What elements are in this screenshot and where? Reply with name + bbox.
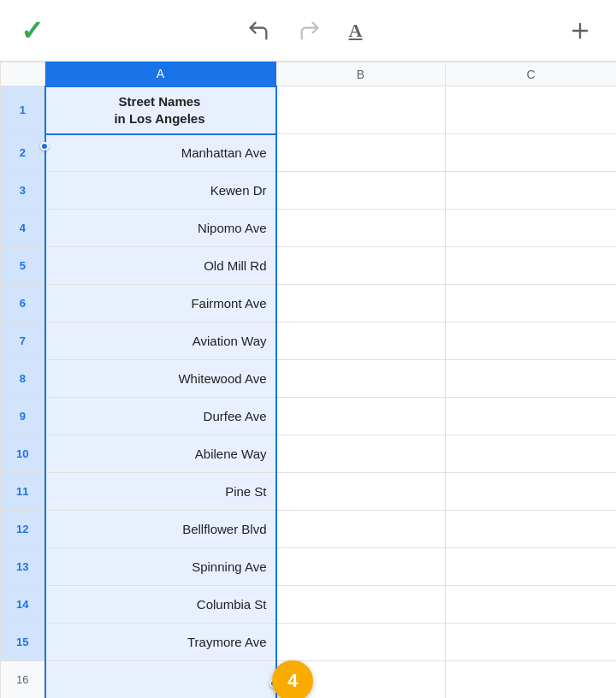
cell-c-1[interactable] [446, 86, 617, 134]
cell-b-1[interactable] [276, 86, 446, 134]
cell-a-9[interactable]: Durfee Ave [45, 398, 276, 435]
table-row[interactable]: 15Traymore Ave [1, 624, 617, 661]
cell-c-16[interactable] [446, 661, 617, 699]
cell-c-6[interactable] [446, 285, 617, 322]
table-row[interactable]: 13Spinning Ave [1, 548, 617, 586]
cell-c-11[interactable] [446, 473, 617, 511]
toolbar-right [565, 15, 595, 46]
table-row[interactable]: 5Old Mill Rd [1, 247, 617, 285]
row-number-8[interactable]: 8 [1, 360, 45, 398]
cell-a-12[interactable]: Bellflower Blvd [45, 511, 276, 548]
add-button[interactable] [565, 15, 595, 46]
row-number-6[interactable]: 6 [1, 285, 45, 322]
row-number-9[interactable]: 9 [1, 398, 45, 435]
table-row[interactable]: 8Whitewood Ave [1, 360, 617, 398]
table-row[interactable]: 6Fairmont Ave [1, 285, 617, 322]
cell-c-14[interactable] [446, 586, 617, 624]
cell-a-4[interactable]: Nipomo Ave [45, 210, 276, 247]
cell-a-15[interactable]: Traymore Ave [45, 624, 276, 661]
toolbar-center: A [243, 15, 366, 46]
cell-c-15[interactable] [446, 624, 617, 661]
row-number-16[interactable]: 16 [1, 661, 45, 699]
row-count-badge: 4 [272, 660, 313, 698]
table-row[interactable]: 11Pine St [1, 473, 617, 511]
redo-button[interactable] [294, 15, 325, 46]
cell-c-8[interactable] [446, 360, 617, 398]
col-header-b[interactable]: B [276, 62, 446, 86]
column-header-row: A B C [1, 62, 617, 86]
cell-b-5[interactable] [276, 247, 446, 285]
col-header-c[interactable]: C [446, 62, 617, 86]
cell-c-2[interactable] [446, 134, 617, 172]
cell-a-14[interactable]: Columbia St [45, 586, 276, 624]
row-number-3[interactable]: 3 [1, 172, 45, 210]
table-row[interactable]: 9Durfee Ave [1, 398, 617, 435]
confirm-icon[interactable]: ✓ [21, 17, 44, 44]
cell-b-15[interactable] [276, 624, 446, 661]
cell-b-11[interactable] [276, 473, 446, 511]
row-number-14[interactable]: 14 [1, 586, 45, 624]
cell-a-10[interactable]: Abilene Way [45, 435, 276, 473]
cell-a-11[interactable]: Pine St [45, 473, 276, 511]
table-row[interactable]: 7Aviation Way [1, 322, 617, 360]
table-row[interactable]: 1Street Namesin Los Angeles [1, 86, 617, 134]
cell-b-7[interactable] [276, 322, 446, 360]
cell-c-13[interactable] [446, 548, 617, 586]
cell-b-9[interactable] [276, 398, 446, 435]
row-number-11[interactable]: 11 [1, 473, 45, 511]
cell-b-4[interactable] [276, 210, 446, 247]
cell-c-5[interactable] [446, 247, 617, 285]
cell-b-12[interactable] [276, 511, 446, 548]
cell-c-4[interactable] [446, 210, 617, 247]
cell-c-7[interactable] [446, 322, 617, 360]
cell-a-5[interactable]: Old Mill Rd [45, 247, 276, 285]
cell-a-2[interactable]: Manhattan Ave [45, 134, 276, 172]
cell-a-1[interactable]: Street Namesin Los Angeles [45, 86, 276, 134]
toolbar: ✓ A [0, 0, 616, 62]
badge-value: 4 [287, 670, 298, 692]
selection-handle-top[interactable] [40, 142, 49, 151]
cell-a-16[interactable] [45, 661, 276, 699]
cell-a-7[interactable]: Aviation Way [45, 322, 276, 360]
cell-b-10[interactable] [276, 435, 446, 473]
text-format-button[interactable]: A [346, 16, 366, 45]
cell-b-8[interactable] [276, 360, 446, 398]
row-number-15[interactable]: 15 [1, 624, 45, 661]
table-row[interactable]: 3Kewen Dr [1, 172, 617, 210]
cell-b-14[interactable] [276, 586, 446, 624]
cell-b-3[interactable] [276, 172, 446, 210]
cell-b-2[interactable] [276, 134, 446, 172]
corner-header [1, 62, 45, 86]
cell-c-12[interactable] [446, 511, 617, 548]
row-number-7[interactable]: 7 [1, 322, 45, 360]
cell-c-10[interactable] [446, 435, 617, 473]
row-number-12[interactable]: 12 [1, 511, 45, 548]
row-number-10[interactable]: 10 [1, 435, 45, 473]
toolbar-left: ✓ [21, 17, 44, 44]
cell-c-3[interactable] [446, 172, 617, 210]
table-row[interactable]: 4Nipomo Ave [1, 210, 617, 247]
table-row[interactable]: 12Bellflower Blvd [1, 511, 617, 548]
cell-b-13[interactable] [276, 548, 446, 586]
col-header-a[interactable]: A [45, 62, 276, 86]
cell-c-9[interactable] [446, 398, 617, 435]
cell-a-8[interactable]: Whitewood Ave [45, 360, 276, 398]
row-number-4[interactable]: 4 [1, 210, 45, 247]
undo-button[interactable] [243, 15, 274, 46]
cell-a-6[interactable]: Fairmont Ave [45, 285, 276, 322]
row-number-13[interactable]: 13 [1, 548, 45, 586]
cell-a-13[interactable]: Spinning Ave [45, 548, 276, 586]
spreadsheet-table: A B C 1Street Namesin Los Angeles2Manhat… [0, 62, 616, 698]
table-row[interactable]: 2Manhattan Ave [1, 134, 617, 172]
cell-a-3[interactable]: Kewen Dr [45, 172, 276, 210]
table-row[interactable]: 14Columbia St [1, 586, 617, 624]
cell-b-6[interactable] [276, 285, 446, 322]
table-row[interactable]: 10Abilene Way [1, 435, 617, 473]
row-number-1[interactable]: 1 [1, 86, 45, 134]
spreadsheet: A B C 1Street Namesin Los Angeles2Manhat… [0, 62, 616, 698]
row-number-5[interactable]: 5 [1, 247, 45, 285]
row-number-2[interactable]: 2 [1, 134, 45, 172]
